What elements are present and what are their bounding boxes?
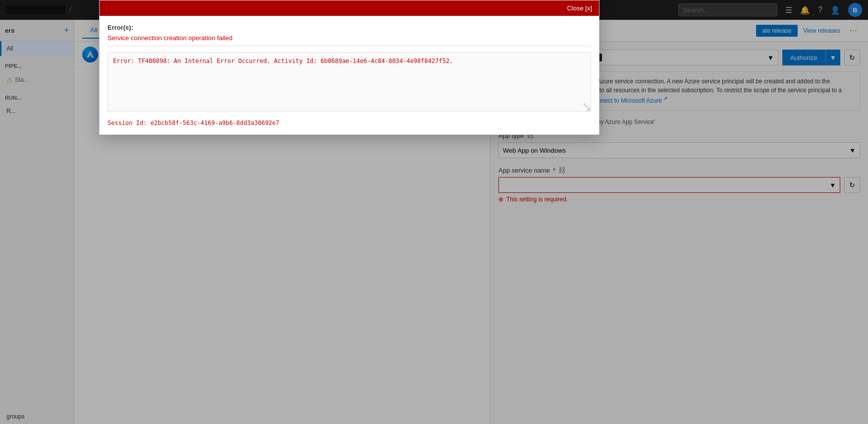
background-page: / ☰ 🔔 ? 👤 B ers + All Pipe... ⚠ Sta... xyxy=(0,0,868,424)
resize-handle-icon[interactable]: ⤡ xyxy=(583,101,589,109)
modal-error-detail-text: Error: TF400898: An Internal Error Occur… xyxy=(113,58,453,64)
modal-session: Session Id: e2bcb58f-563c-4169-a9b6-8dd3… xyxy=(108,120,591,126)
modal-error-detail: Error: TF400898: An Internal Error Occur… xyxy=(108,52,591,112)
modal-error-title: Error(s): xyxy=(108,24,591,31)
modal-overlay: Close [x] Error(s): Service connection c… xyxy=(0,0,868,424)
modal-body: Error(s): Service connection creation op… xyxy=(100,16,599,134)
modal-error-subtitle: Service connection creation operation fa… xyxy=(108,34,591,46)
error-modal: Close [x] Error(s): Service connection c… xyxy=(99,0,599,135)
modal-header: Close [x] xyxy=(100,0,599,16)
modal-close-button[interactable]: Close [x] xyxy=(567,4,592,12)
